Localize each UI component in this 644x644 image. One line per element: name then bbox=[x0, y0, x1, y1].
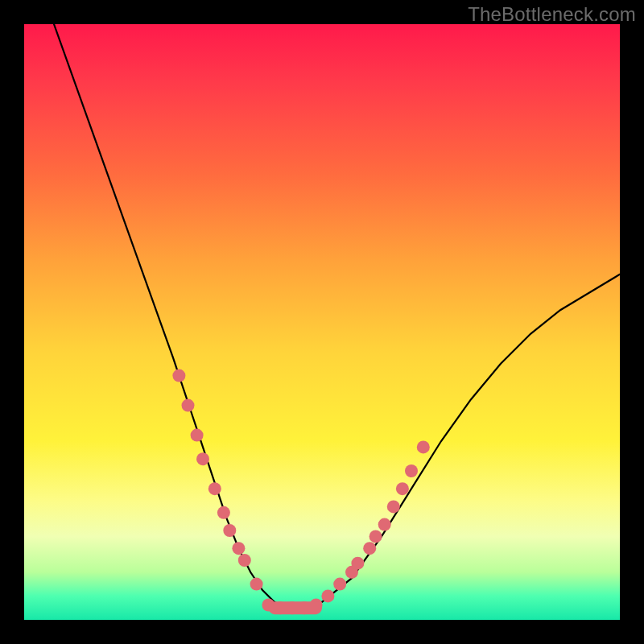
chart-frame: TheBottleneck.com bbox=[0, 0, 644, 644]
curve-marker bbox=[191, 429, 204, 442]
curve-marker bbox=[396, 482, 409, 495]
curve-marker bbox=[238, 554, 251, 567]
curve-marker bbox=[182, 399, 195, 412]
curve-marker bbox=[387, 500, 400, 513]
curve-marker bbox=[172, 369, 185, 382]
curve-marker bbox=[321, 589, 334, 602]
curve-marker bbox=[217, 506, 230, 519]
curve-marker bbox=[196, 452, 209, 465]
watermark-text: TheBottleneck.com bbox=[468, 3, 636, 26]
curve-marker bbox=[223, 524, 236, 537]
curve-marker bbox=[250, 578, 263, 591]
curve-marker bbox=[232, 542, 245, 555]
curve-marker bbox=[369, 530, 382, 543]
curve-marker bbox=[333, 578, 346, 591]
plateau-bar bbox=[268, 601, 322, 614]
chart-svg bbox=[24, 24, 620, 620]
curve-marker bbox=[208, 482, 221, 495]
curve-marker bbox=[351, 557, 364, 570]
curve-marker bbox=[363, 542, 376, 555]
bottleneck-curve-line bbox=[54, 24, 620, 608]
plateau-bar-rect bbox=[268, 601, 322, 614]
curve-markers bbox=[172, 369, 429, 615]
curve-marker bbox=[378, 518, 391, 531]
chart-plot-area bbox=[24, 24, 620, 620]
curve-marker bbox=[417, 440, 430, 453]
curve-marker bbox=[405, 464, 418, 477]
